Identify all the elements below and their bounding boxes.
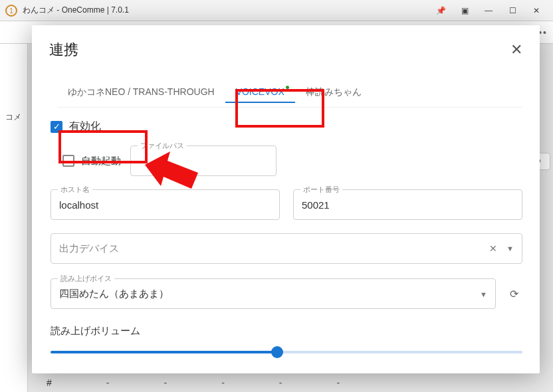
- side-column: [0, 44, 28, 392]
- chevron-down-icon[interactable]: ▼: [506, 245, 514, 252]
- port-field[interactable]: ポート番号 50021: [293, 189, 522, 220]
- integration-modal: 連携 ✕ ゆかコネNEO / TRANS-THROUGH VOICEVOX 棒読…: [32, 25, 540, 373]
- enable-row[interactable]: ✓ 有効化: [51, 120, 522, 134]
- status-dash: -: [106, 377, 110, 388]
- volume-label: 読み上げボリューム: [51, 325, 522, 338]
- tab-label: ゆかコネNEO / TRANS-THROUGH: [68, 86, 215, 97]
- host-field[interactable]: ホスト名 localhost: [51, 189, 280, 220]
- status-dash: -: [164, 377, 167, 388]
- window-titlebar: 1 わんコメ - OneComme | 7.0.1 📌 ▣ ― ☐ ✕: [0, 0, 553, 21]
- enable-checkbox[interactable]: ✓: [51, 121, 62, 133]
- port-value: 50021: [302, 199, 330, 211]
- enable-label: 有効化: [69, 120, 101, 134]
- auto-launch-row[interactable]: 自動起動: [62, 155, 121, 167]
- filepath-field[interactable]: ファイルパス: [130, 146, 276, 176]
- tab-label: 棒読みちゃん: [306, 86, 362, 97]
- volume-slider[interactable]: [51, 344, 522, 360]
- tab-yukacone[interactable]: ゆかコネNEO / TRANS-THROUGH: [57, 81, 225, 104]
- slider-thumb[interactable]: [271, 346, 283, 358]
- modal-close-button[interactable]: ✕: [510, 43, 522, 57]
- status-dash: -: [279, 377, 282, 388]
- chevron-down-icon[interactable]: ▼: [480, 290, 487, 298]
- picture-in-picture-icon[interactable]: ▣: [453, 3, 476, 19]
- tab-label: VOICEVOX: [236, 86, 284, 97]
- modal-title: 連携: [49, 40, 78, 60]
- host-value: localhost: [59, 199, 98, 211]
- clear-icon[interactable]: ✕: [489, 243, 497, 254]
- output-device-select[interactable]: 出力デバイス ✕ ▼: [51, 233, 522, 264]
- window-title: わんコメ - OneComme | 7.0.1: [23, 5, 129, 16]
- status-hash: #: [47, 377, 52, 388]
- port-label: ポート番号: [300, 185, 342, 195]
- app-icon: 1: [5, 5, 17, 17]
- output-device-placeholder: 出力デバイス: [59, 243, 119, 255]
- voice-label: 読み上げボイス: [58, 274, 114, 284]
- close-icon[interactable]: ✕: [525, 3, 548, 19]
- window-controls: 📌 ▣ ― ☐ ✕: [429, 3, 548, 19]
- filepath-label: ファイルパス: [138, 141, 187, 151]
- status-dash: -: [336, 377, 340, 388]
- voice-value: 四国めたん（あまあま）: [59, 288, 169, 300]
- tab-bar: ゆかコネNEO / TRANS-THROUGH VOICEVOX 棒読みちゃん: [57, 81, 522, 108]
- auto-launch-checkbox[interactable]: [62, 155, 74, 167]
- tab-bouyomi[interactable]: 棒読みちゃん: [295, 81, 372, 104]
- minimize-icon[interactable]: ―: [477, 3, 500, 19]
- pin-icon[interactable]: 📌: [429, 3, 452, 19]
- voice-refresh-button[interactable]: ⟳: [505, 285, 522, 302]
- side-label: コメ: [5, 112, 21, 123]
- host-label: ホスト名: [58, 185, 92, 195]
- slider-fill: [51, 351, 277, 353]
- voice-select[interactable]: 読み上げボイス 四国めたん（あまあま） ▼: [51, 278, 496, 309]
- auto-launch-label: 自動起動: [81, 155, 121, 167]
- tab-voicevox[interactable]: VOICEVOX: [225, 81, 295, 102]
- status-bar: # - - - - -: [47, 377, 546, 388]
- maximize-icon[interactable]: ☐: [501, 3, 524, 19]
- status-dash: -: [221, 377, 225, 388]
- indicator-dot-icon: [286, 86, 289, 89]
